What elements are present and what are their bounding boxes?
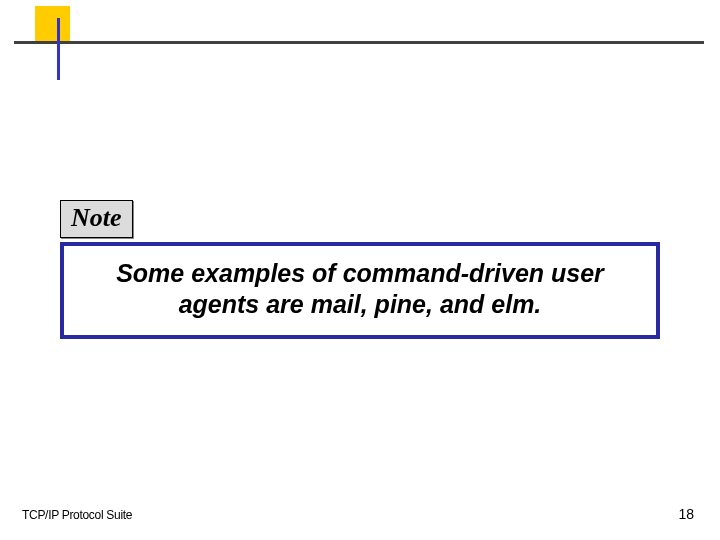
note-box: Some examples of command-driven user age… [60,242,660,339]
decor-square-accent [35,6,70,41]
decor-vertical-rule [57,18,60,80]
note-block: Note Some examples of command-driven use… [60,200,660,339]
footer-source: TCP/IP Protocol Suite [22,508,132,522]
note-label: Note [60,200,133,238]
note-text: Some examples of command-driven user age… [84,258,636,321]
page-number: 18 [678,506,694,522]
decor-horizontal-rule [14,41,704,44]
